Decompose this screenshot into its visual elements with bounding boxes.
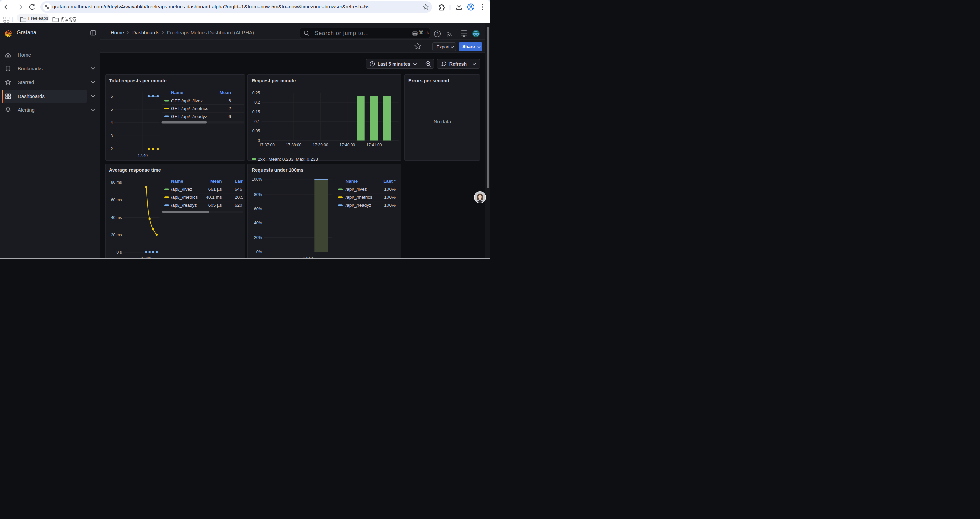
svg-text:2xx: 2xx (258, 156, 264, 162)
svg-text:40%: 40% (254, 221, 262, 225)
svg-text:GET /api/_/readyz: GET /api/_/readyz (171, 114, 207, 119)
svg-text:/api/_/readyz: /api/_/readyz (171, 203, 197, 208)
svg-text:/api/_/metrics: /api/_/metrics (345, 195, 372, 200)
svg-text:6: 6 (111, 94, 113, 99)
svg-text:17:40: 17:40 (138, 153, 148, 158)
svg-text:100%: 100% (384, 203, 396, 208)
svg-text:Max: 0.233: Max: 0.233 (296, 156, 318, 162)
svg-text:/api/_/livez: /api/_/livez (345, 187, 367, 192)
svg-text:0.1: 0.1 (254, 119, 260, 124)
svg-text:?: ? (436, 31, 439, 37)
svg-text:100%: 100% (384, 195, 396, 200)
svg-text:80 ms: 80 ms (111, 180, 122, 184)
svg-text:17:39:00: 17:39:00 (313, 143, 328, 147)
svg-text:60%: 60% (254, 206, 262, 211)
svg-text:620 µs: 620 µs (235, 203, 248, 208)
svg-text:Last *: Last * (383, 179, 396, 184)
svg-text:3: 3 (111, 134, 113, 138)
svg-text:Mean: 0.233: Mean: 0.233 (269, 156, 294, 162)
svg-text:20%: 20% (254, 235, 262, 240)
svg-text:20 ms: 20 ms (111, 233, 122, 238)
svg-text:Last *: Last * (235, 179, 248, 184)
svg-text:17:40:00: 17:40:00 (339, 143, 355, 147)
svg-text:Name: Name (345, 179, 358, 184)
svg-text:0.05: 0.05 (252, 129, 260, 133)
svg-text:0%: 0% (256, 250, 262, 254)
svg-text:GET /api/_/metrics: GET /api/_/metrics (171, 106, 208, 111)
svg-text:2: 2 (229, 106, 231, 111)
svg-text:605 µs: 605 µs (208, 203, 222, 208)
svg-text:0.25: 0.25 (252, 91, 260, 95)
svg-text:0 s: 0 s (117, 250, 122, 255)
svg-text:80%: 80% (254, 192, 262, 197)
svg-text:GET /api/_/livez: GET /api/_/livez (171, 98, 203, 103)
svg-text:17:41:00: 17:41:00 (366, 143, 382, 147)
svg-text:60 ms: 60 ms (111, 198, 122, 203)
svg-text:40.1 ms: 40.1 ms (206, 195, 222, 200)
svg-text:6: 6 (229, 98, 231, 103)
svg-text:Mean: Mean (220, 90, 231, 95)
svg-text:17:38:00: 17:38:00 (286, 143, 302, 147)
svg-text:4: 4 (111, 120, 113, 125)
svg-text:Name: Name (171, 179, 183, 184)
svg-text:Name: Name (171, 90, 183, 95)
svg-text:5: 5 (111, 107, 113, 112)
svg-text:100%: 100% (251, 177, 262, 182)
svg-text:17:37:00: 17:37:00 (259, 143, 275, 147)
svg-text:40 ms: 40 ms (111, 215, 122, 220)
svg-text:0.15: 0.15 (252, 110, 260, 114)
svg-text:/api/_/readyz: /api/_/readyz (345, 203, 372, 208)
svg-text:/api/_/livez: /api/_/livez (171, 187, 192, 192)
svg-text:2: 2 (111, 147, 113, 151)
svg-text:/api/_/metrics: /api/_/metrics (171, 195, 198, 200)
svg-text:646 µs: 646 µs (235, 187, 248, 192)
svg-text:100%: 100% (384, 187, 396, 192)
svg-text:6: 6 (229, 114, 231, 119)
svg-text:Mean: Mean (210, 179, 222, 184)
svg-text:0.2: 0.2 (254, 100, 260, 105)
svg-text:661 µs: 661 µs (208, 187, 222, 192)
